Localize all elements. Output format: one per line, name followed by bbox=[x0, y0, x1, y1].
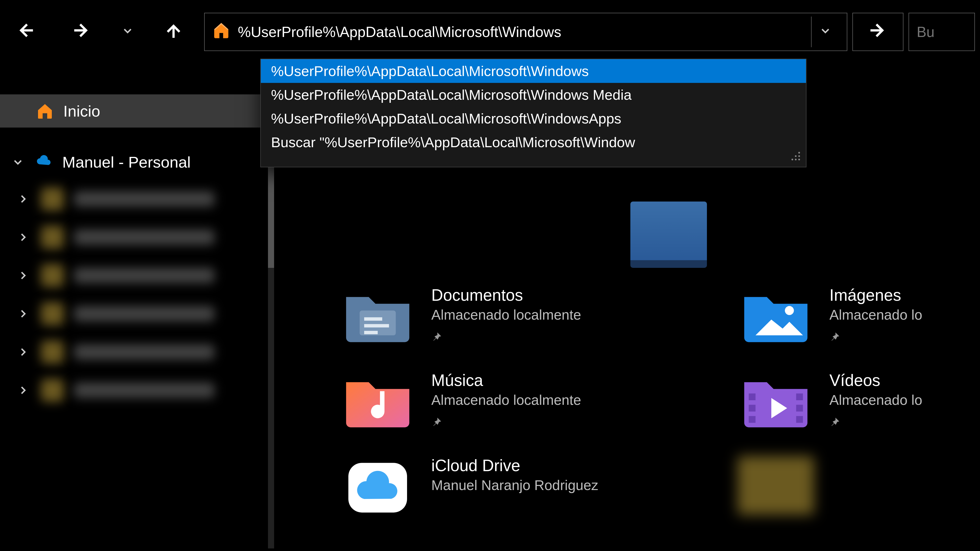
svg-rect-7 bbox=[364, 318, 382, 321]
sidebar-item-label: Manuel - Personal bbox=[62, 153, 191, 171]
sidebar-item-blurred[interactable] bbox=[15, 296, 240, 332]
folder-tile-blurred[interactable] bbox=[738, 456, 980, 515]
arrow-right-icon bbox=[869, 21, 887, 42]
folder-subtitle: Almacenado lo bbox=[829, 392, 922, 408]
folder-name: iCloud Drive bbox=[431, 456, 598, 475]
home-icon bbox=[36, 102, 54, 120]
chevron-right-icon bbox=[15, 232, 30, 243]
svg-rect-15 bbox=[796, 405, 803, 412]
autocomplete-item[interactable]: Buscar "%UserProfile%\AppData\Local\Micr… bbox=[261, 130, 806, 154]
chevron-down-icon bbox=[122, 24, 133, 39]
resize-grip-icon bbox=[791, 149, 801, 164]
pin-icon bbox=[829, 416, 922, 430]
svg-rect-12 bbox=[749, 405, 756, 412]
music-folder-icon bbox=[339, 371, 416, 430]
folder-name: Vídeos bbox=[829, 371, 922, 390]
sidebar-item-blurred[interactable] bbox=[15, 372, 240, 408]
autocomplete-item[interactable]: %UserProfile%\AppData\Local\Microsoft\Wi… bbox=[261, 106, 806, 130]
svg-point-2 bbox=[795, 156, 797, 157]
navigation-sidebar: Inicio Manuel - Personal bbox=[0, 64, 268, 551]
folder-subtitle: Almacenado localmente bbox=[431, 392, 581, 408]
blurred-text bbox=[74, 268, 215, 283]
address-autocomplete-dropdown: %UserProfile%\AppData\Local\Microsoft\Wi… bbox=[260, 59, 807, 167]
blurred-icon bbox=[41, 187, 64, 210]
sidebar-item-blurred[interactable] bbox=[15, 181, 240, 217]
home-icon bbox=[212, 21, 230, 42]
chevron-right-icon bbox=[15, 308, 30, 319]
folder-tile-music[interactable]: Música Almacenado localmente bbox=[339, 371, 738, 430]
svg-point-4 bbox=[795, 159, 797, 160]
sidebar-item-onedrive[interactable]: Manuel - Personal bbox=[0, 145, 268, 179]
documents-folder-icon bbox=[339, 286, 416, 345]
recent-dropdown-button[interactable] bbox=[112, 9, 143, 55]
blurred-icon bbox=[41, 226, 64, 249]
folder-tile-videos[interactable]: Vídeos Almacenado lo bbox=[738, 371, 980, 430]
folder-tile-partial[interactable] bbox=[630, 202, 707, 268]
chevron-down-icon bbox=[10, 156, 25, 168]
folder-tile-icloud[interactable]: iCloud Drive Manuel Naranjo Rodriguez bbox=[339, 456, 738, 515]
folder-name: Música bbox=[431, 371, 581, 390]
svg-rect-16 bbox=[796, 416, 803, 423]
autocomplete-item[interactable]: %UserProfile%\AppData\Local\Microsoft\Wi… bbox=[261, 83, 806, 106]
svg-point-1 bbox=[798, 156, 800, 157]
sidebar-item-label: Inicio bbox=[63, 102, 100, 120]
svg-rect-9 bbox=[364, 331, 378, 334]
sidebar-item-blurred[interactable] bbox=[15, 258, 240, 293]
pin-icon bbox=[431, 330, 581, 345]
address-history-dropdown[interactable] bbox=[811, 17, 839, 47]
svg-rect-8 bbox=[364, 324, 389, 327]
icloud-icon bbox=[339, 456, 416, 515]
blurred-icon bbox=[738, 456, 814, 515]
blurred-icon bbox=[41, 379, 64, 402]
blurred-text bbox=[74, 345, 215, 360]
nav-forward-button[interactable] bbox=[56, 9, 107, 55]
svg-point-5 bbox=[791, 159, 793, 160]
chevron-right-icon bbox=[15, 346, 30, 358]
svg-rect-13 bbox=[749, 416, 756, 423]
sidebar-item-blurred[interactable] bbox=[15, 219, 240, 255]
pin-icon bbox=[829, 330, 922, 345]
chevron-down-icon bbox=[820, 24, 831, 39]
folder-subtitle: Almacenado localmente bbox=[431, 306, 581, 323]
autocomplete-item[interactable]: %UserProfile%\AppData\Local\Microsoft\Wi… bbox=[261, 59, 806, 83]
arrow-right-icon bbox=[73, 21, 91, 42]
go-button[interactable] bbox=[853, 13, 904, 51]
chevron-right-icon bbox=[15, 270, 30, 281]
toolbar bbox=[0, 0, 980, 64]
sidebar-item-home[interactable]: Inicio bbox=[0, 94, 268, 127]
blurred-icon bbox=[41, 264, 64, 287]
svg-rect-14 bbox=[796, 393, 803, 400]
blurred-text bbox=[74, 191, 215, 206]
blurred-icon bbox=[41, 341, 64, 364]
search-box[interactable] bbox=[908, 13, 975, 51]
address-bar[interactable] bbox=[204, 13, 847, 51]
blurred-text bbox=[74, 306, 215, 321]
sidebar-item-blurred[interactable] bbox=[15, 334, 240, 370]
search-input[interactable] bbox=[917, 24, 967, 40]
address-input[interactable] bbox=[238, 13, 803, 51]
pin-icon bbox=[431, 416, 581, 430]
blurred-text bbox=[74, 383, 215, 398]
arrow-left-icon bbox=[17, 21, 35, 42]
nav-up-button[interactable] bbox=[148, 9, 199, 55]
blurred-icon bbox=[41, 302, 64, 325]
folder-subtitle: Manuel Naranjo Rodriguez bbox=[431, 477, 598, 493]
chevron-right-icon bbox=[15, 385, 30, 396]
arrow-up-icon bbox=[165, 21, 183, 42]
nav-back-button[interactable] bbox=[0, 9, 51, 55]
videos-folder-icon bbox=[738, 371, 814, 430]
svg-rect-11 bbox=[749, 393, 756, 400]
onedrive-icon bbox=[35, 153, 53, 171]
svg-point-3 bbox=[798, 159, 800, 160]
dropdown-resize-grip[interactable] bbox=[261, 154, 806, 167]
svg-point-0 bbox=[798, 152, 800, 154]
content-toprow-overflow: Descargas Almacenado lo bbox=[630, 202, 980, 326]
chevron-right-icon bbox=[15, 193, 30, 205]
blurred-text bbox=[74, 230, 215, 245]
folder-name: Documentos bbox=[431, 286, 581, 305]
